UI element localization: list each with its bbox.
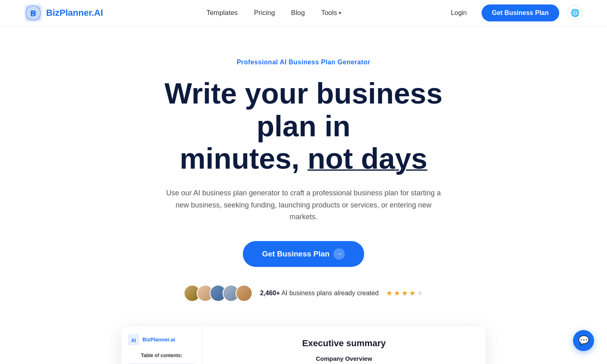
hero-section: Professional AI Business Plan Generator … — [0, 26, 607, 364]
brand-name: BizPlanner.AI — [46, 8, 103, 18]
chevron-down-icon: ▾ — [339, 10, 341, 16]
preview-logo: AI BizPlanner.ai — [128, 334, 195, 345]
social-proof: 2,460+ AI business plans already created… — [184, 285, 423, 302]
preview-section-title: Executive summary — [219, 338, 469, 349]
preview-sidebar: AI BizPlanner.ai Table of contents: Exec… — [121, 326, 202, 364]
hero-cta-button[interactable]: Get Business Plan → — [243, 241, 365, 267]
star-icon: ★ — [417, 289, 423, 298]
hero-description: Use our AI business plan generator to cr… — [166, 187, 441, 223]
brand-logo[interactable]: B AI BizPlanner.AI — [24, 4, 103, 22]
preview-content: Executive summary Company Overview Cozy … — [202, 326, 486, 364]
preview-logo-icon: AI — [128, 334, 139, 345]
preview-subsection-title: Company Overview — [219, 355, 469, 362]
nav-links: Templates Pricing Blog Tools ▾ — [206, 9, 341, 17]
chat-icon: 💬 — [578, 335, 589, 346]
star-icon: ★ — [409, 289, 416, 298]
arrow-right-icon: → — [333, 248, 345, 260]
hero-subtitle: Professional AI Business Plan Generator — [237, 59, 370, 66]
chat-bubble[interactable]: 💬 — [573, 330, 594, 351]
login-button[interactable]: Login — [444, 6, 473, 20]
preview-brand-name: BizPlanner.ai — [142, 336, 175, 343]
nav-tools[interactable]: Tools ▾ — [321, 9, 341, 17]
star-rating: ★ ★ ★ ★ ★ — [386, 289, 423, 298]
avatar — [236, 285, 253, 302]
svg-text:AI: AI — [30, 10, 36, 16]
language-button[interactable]: 🌐 — [567, 5, 583, 21]
star-icon: ★ — [394, 289, 400, 298]
logo-icon: B AI — [24, 4, 42, 22]
star-icon: ★ — [386, 289, 393, 298]
nav-right: Login Get Business Plan 🌐 — [444, 4, 583, 21]
svg-text:AI: AI — [131, 338, 136, 343]
avatar-group — [184, 285, 253, 302]
toc-title: Table of contents: — [128, 353, 195, 358]
nav-pricing[interactable]: Pricing — [254, 9, 275, 17]
hero-title: Write your business plan in minutes, not… — [138, 77, 469, 175]
preview-card: AI BizPlanner.ai Table of contents: Exec… — [121, 326, 486, 364]
globe-icon: 🌐 — [571, 8, 579, 17]
navbar: B AI BizPlanner.AI Templates Pricing Blo… — [0, 0, 607, 26]
nav-blog[interactable]: Blog — [291, 9, 305, 17]
get-plan-button[interactable]: Get Business Plan — [482, 4, 560, 21]
star-icon: ★ — [401, 289, 408, 298]
social-text: 2,460+ AI business plans already created — [260, 290, 378, 297]
nav-templates[interactable]: Templates — [206, 9, 238, 17]
